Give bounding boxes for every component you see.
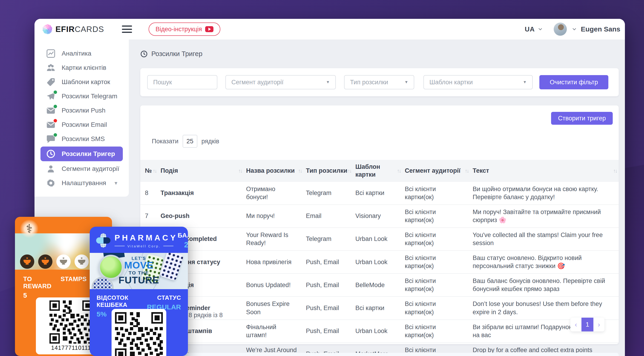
dropdown-arrow-icon: ▼ — [326, 80, 330, 85]
sidebar-item-label: Шаблони карток — [62, 78, 110, 86]
avatar[interactable] — [554, 22, 567, 36]
language-code: UA — [525, 25, 535, 33]
dropdown-arrow-icon: ▼ — [523, 80, 527, 85]
table-row[interactable]: 2 Зібрано штампів Фінальний штамп! Push,… — [140, 320, 619, 343]
cell-text: Ми поруч! Завітайте та отримайте приємни… — [473, 205, 619, 227]
mailing-type-select[interactable]: Тип розсилки ▼ — [344, 75, 414, 89]
sidebar-item-label: Розсилки Telegram — [62, 93, 117, 100]
table-row[interactable]: 7 Geo-push Ми поруч! Email Visionary Всі… — [140, 205, 619, 228]
sidebar-item-analytics[interactable]: Аналітика — [40, 47, 123, 60]
table-row[interactable]: 6 Stamps Completed Your Reward Is Ready!… — [140, 228, 619, 251]
envelope-icon — [46, 106, 56, 115]
pagination-next-button[interactable]: › — [594, 318, 604, 332]
chevron-down-icon[interactable] — [572, 27, 576, 31]
cell-mailing-name: Your Reward Is Ready! — [246, 228, 306, 250]
brand-orb-icon — [42, 24, 52, 34]
status-badge-green — [53, 90, 58, 94]
status-label: СТАТУС — [147, 294, 181, 301]
column-header[interactable]: Подія↑↓ — [160, 164, 246, 178]
create-trigger-button[interactable]: Створити тригер — [551, 112, 613, 125]
column-header[interactable]: Тип розсилки↑↓ — [306, 164, 355, 178]
column-header[interactable]: Шаблон картки↑↓ — [355, 160, 405, 182]
dropdown-arrow-icon: ▼ — [404, 80, 408, 85]
chat-bubble-icon — [46, 134, 56, 144]
clock-icon — [46, 149, 56, 159]
sort-icon[interactable]: ↑↓ — [298, 168, 302, 174]
table-row[interactable]: 4 Транзакція Bonus Updated! Push, Email … — [140, 274, 619, 297]
pill-cross-icon — [96, 233, 111, 248]
points-value: 200 — [178, 240, 188, 249]
column-header[interactable]: Текст↑↓ — [473, 164, 619, 178]
sidebar-item-email[interactable]: Розсилки Email — [40, 118, 123, 131]
cell-text: Ви щойно отримали бонуси на свою картку.… — [473, 182, 619, 204]
sort-icon[interactable]: ↑↓ — [153, 168, 156, 174]
audience-segment-select[interactable]: Сегмент аудиторії ▼ — [226, 75, 336, 89]
table-row[interactable]: 5 Оновлення статусу Нова привілегія Push… — [140, 251, 619, 274]
sidebar-item-sms[interactable]: Розсилки SMS — [40, 132, 123, 146]
column-header[interactable]: Сегмент аудиторії↑↓ — [405, 164, 473, 178]
language-switcher[interactable]: UA — [525, 25, 542, 33]
sort-icon[interactable]: ↑↓ — [348, 168, 351, 174]
search-input[interactable] — [147, 75, 217, 89]
pharmacy-brand: PHARMACY — [114, 233, 178, 242]
clock-icon — [140, 50, 148, 58]
pagination-prev-button[interactable]: ‹ — [570, 318, 582, 332]
stamp-filled-icon — [20, 254, 34, 269]
blue-card-header: PHARMACY VitaWell Corp. БАЛИ 200 — [90, 227, 188, 253]
cell-number: 8 — [145, 186, 160, 200]
cell-audience-segment: Всі клієнти картки(ок) — [405, 251, 473, 273]
video-instruction-button[interactable]: Відео-інструкція — [148, 22, 220, 36]
sidebar-item-client-cards[interactable]: Картки клієнтів — [40, 61, 123, 74]
cell-mailing-type: Telegram — [306, 232, 355, 246]
sidebar-item-trigger-mailings[interactable]: Розсилки Тригер — [40, 147, 123, 161]
sidebar-item-telegram[interactable]: Розсилки Telegram — [40, 90, 123, 103]
corp-subtitle: VitaWell Corp. — [114, 244, 178, 248]
cell-mailing-name: Bonus Updated! — [246, 278, 306, 292]
card-template-select[interactable]: Шаблон картки ▼ — [424, 75, 533, 89]
promo-image: LET'S MOVE TO THE FUTURE — [90, 253, 188, 289]
cashback-label: ВІДСОТОК КЕШБЕКА — [96, 294, 147, 309]
sort-icon[interactable]: ↑↓ — [613, 168, 617, 174]
sort-icon[interactable]: ↑↓ — [238, 168, 242, 174]
table-row[interactable]: 8 Транзакція Отримано бонуси! Telegram В… — [140, 182, 619, 205]
pagination-page-1[interactable]: 1 — [582, 318, 594, 332]
column-header[interactable]: Назва розсилки↑↓ — [246, 164, 306, 178]
cell-number: 7 — [145, 209, 160, 223]
promo-text: LET'S MOVE TO THE FUTURE — [118, 256, 159, 285]
cell-card-template: Visionary — [355, 209, 405, 223]
loyalty-card-blue: PHARMACY VitaWell Corp. БАЛИ 200 LET'S M… — [90, 227, 188, 356]
sidebar-item-settings[interactable]: Налаштування ▾ — [40, 177, 123, 190]
chevron-down-icon: ▾ — [114, 180, 117, 186]
pagination: ‹ 1 › — [570, 318, 604, 332]
analytics-icon — [46, 49, 56, 58]
sort-icon[interactable]: ↑↓ — [465, 168, 468, 174]
cell-text: Don’t lose your bonuses! Use them before… — [473, 297, 619, 319]
cell-mailing-type: Telegram — [306, 186, 355, 200]
stamp-empty-icon — [56, 254, 70, 269]
column-header[interactable]: №↑↓ — [145, 164, 160, 178]
status-badge-green — [53, 133, 58, 137]
cell-mailing-name: Нова привілегія — [246, 255, 306, 269]
cell-audience-segment: Всі клієнти картки(ок) — [405, 297, 473, 319]
rows-per-page-input[interactable] — [182, 135, 197, 148]
cell-card-template: BelleMode — [355, 278, 405, 292]
users-icon — [46, 63, 56, 73]
select-placeholder: Шаблон картки — [430, 79, 473, 86]
qr-code — [115, 312, 163, 356]
user-name[interactable]: Eugen Sans — [581, 25, 620, 33]
menu-toggle-icon[interactable] — [122, 25, 132, 33]
brand-logo[interactable]: EFIRCARDS — [42, 24, 104, 34]
sort-icon[interactable]: ↑↓ — [397, 168, 401, 174]
telegram-icon — [46, 91, 56, 101]
sidebar-item-push[interactable]: Розсилки Push — [40, 104, 123, 117]
cell-event: Geo-push — [160, 209, 246, 223]
play-icon — [205, 26, 214, 32]
cell-text: Ваш баланс бонусів оновлено. Перевірте с… — [473, 274, 619, 296]
table-card: Створити тригер Показати рядків №↑↓ Поді… — [140, 105, 619, 344]
cell-mailing-name: Фінальний штамп! — [246, 320, 306, 343]
sidebar-item-audience-segments[interactable]: Сегменти аудиторії — [40, 162, 123, 176]
sidebar-item-card-templates[interactable]: Шаблони карток — [40, 75, 123, 89]
stamp-empty-icon — [74, 254, 89, 269]
clear-filter-button[interactable]: Очистити фільтр — [539, 75, 608, 89]
cell-event: Транзакція — [160, 186, 246, 200]
